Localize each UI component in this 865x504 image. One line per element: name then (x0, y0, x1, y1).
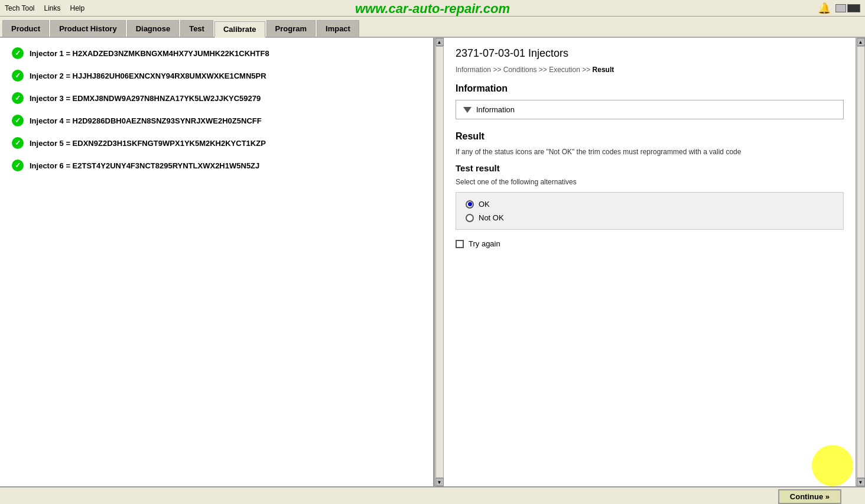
breadcrumb-sep1: >> (493, 66, 503, 74)
panel-title: 2371-07-03-01 Injectors (456, 47, 844, 60)
right-scroll-down[interactable]: ▼ (857, 478, 865, 486)
tab-impact[interactable]: Impact (317, 20, 359, 37)
left-panel: ✓ Injector 1 = H2XADZED3NZMKBNGXM4HX7YJU… (0, 38, 434, 486)
list-item: ✓ Injector 3 = EDMXJ8NDW9A297N8HNZA17YK5… (12, 92, 421, 104)
info-box-label: Information (476, 105, 515, 114)
radio-group: OK Not OK (456, 192, 844, 230)
check-icon: ✓ (12, 92, 24, 104)
try-again-checkbox[interactable] (456, 240, 464, 248)
radio-ok[interactable] (466, 200, 474, 209)
tab-diagnose[interactable]: Diagnose (127, 20, 180, 37)
radio-option-ok[interactable]: OK (466, 200, 834, 209)
status-bar: Continue » (0, 486, 865, 504)
check-icon: ✓ (12, 70, 24, 82)
triangle-icon (463, 107, 471, 113)
result-heading: Result (456, 131, 844, 142)
injector-text: Injector 2 = HJJHJ862UH06EXNCXNY94RX8UMX… (30, 71, 266, 80)
tab-product-history[interactable]: Product History (50, 20, 126, 37)
breadcrumb-information: Information (456, 66, 491, 74)
close-btn[interactable] (847, 4, 860, 12)
list-item: ✓ Injector 1 = H2XADZED3NZMKBNGXM4HX7YJU… (12, 47, 421, 59)
breadcrumb-conditions: Conditions (503, 66, 537, 74)
radio-option-not-ok[interactable]: Not OK (466, 213, 834, 222)
minimize-btn[interactable] (835, 4, 846, 12)
breadcrumb-sep2: >> (539, 66, 549, 74)
panel-divider: ▲ ▼ (434, 38, 444, 486)
right-scroll-up[interactable]: ▲ (857, 38, 865, 46)
injector-text: Injector 1 = H2XADZED3NZMKBNGXM4HX7YJUMH… (30, 49, 269, 58)
injector-text: Injector 3 = EDMXJ8NDW9A297N8HNZA17YK5LW… (30, 94, 261, 103)
list-item: ✓ Injector 5 = EDXN9Z2D3H1SKFNGT9WPX1YK5… (12, 137, 421, 149)
breadcrumb-sep3: >> (582, 66, 592, 74)
injector-text: Injector 4 = H2D9286DBH0AEZN8SNZ93SYNRJX… (30, 116, 262, 125)
check-icon: ✓ (12, 160, 24, 171)
check-icon: ✓ (12, 47, 24, 59)
menu-tech-tool[interactable]: Tech Tool (5, 4, 34, 12)
right-scroll-track[interactable] (857, 46, 865, 478)
continue-button[interactable]: Continue » (778, 489, 841, 504)
radio-ok-label: OK (479, 200, 490, 209)
list-item: ✓ Injector 2 = HJJHJ862UH06EXNCXNY94RX8U… (12, 70, 421, 82)
injector-text: Injector 5 = EDXN9Z2D3H1SKFNGT9WPX1YK5M2… (30, 139, 266, 148)
right-panel: 2371-07-03-01 Injectors Information >> C… (444, 38, 856, 486)
tab-test[interactable]: Test (180, 20, 213, 37)
list-item: ✓ Injector 6 = E2TST4Y2UNY4F3NCT8295RYNT… (12, 160, 421, 171)
title-bar: Tech Tool Links Help 🔔 (0, 0, 865, 17)
result-description: If any of the status icons are "Not OK" … (456, 148, 844, 156)
injector-text: Injector 6 = E2TST4Y2UNY4F3NCT8295RYNTLX… (30, 161, 259, 170)
tab-calibrate[interactable]: Calibrate (214, 21, 265, 38)
scroll-up[interactable]: ▲ (435, 38, 444, 46)
menu-bar: Product Product History Diagnose Test Ca… (0, 17, 865, 38)
try-again-row[interactable]: Try again (456, 239, 844, 248)
tab-product[interactable]: Product (2, 20, 49, 37)
check-icon: ✓ (12, 115, 24, 126)
window-controls (835, 4, 860, 12)
right-scrollbar: ▲ ▼ (856, 38, 865, 486)
breadcrumb: Information >> Conditions >> Execution >… (456, 66, 844, 74)
result-section: Result If any of the status icons are "N… (456, 131, 844, 248)
breadcrumb-result: Result (593, 66, 614, 74)
menu-help[interactable]: Help (70, 4, 85, 12)
list-item: ✓ Injector 4 = H2D9286DBH0AEZN8SNZ93SYNR… (12, 115, 421, 126)
test-result-heading: Test result (456, 163, 844, 173)
info-box[interactable]: Information (456, 100, 844, 119)
radio-not-ok-label: Not OK (479, 213, 504, 222)
scroll-track[interactable] (435, 46, 444, 478)
title-bar-controls: 🔔 (818, 2, 860, 15)
breadcrumb-execution: Execution (549, 66, 580, 74)
scroll-down[interactable]: ▼ (435, 478, 444, 486)
radio-not-ok[interactable] (466, 214, 474, 222)
try-again-label: Try again (469, 239, 500, 248)
alternatives-label: Select one of the following alternatives (456, 178, 844, 186)
notification-icon[interactable]: 🔔 (818, 2, 831, 15)
check-icon: ✓ (12, 137, 24, 149)
information-heading: Information (456, 83, 844, 94)
tab-program[interactable]: Program (266, 20, 316, 37)
menu-links[interactable]: Links (44, 4, 60, 12)
main-content: ✓ Injector 1 = H2XADZED3NZMKBNGXM4HX7YJU… (0, 38, 865, 486)
